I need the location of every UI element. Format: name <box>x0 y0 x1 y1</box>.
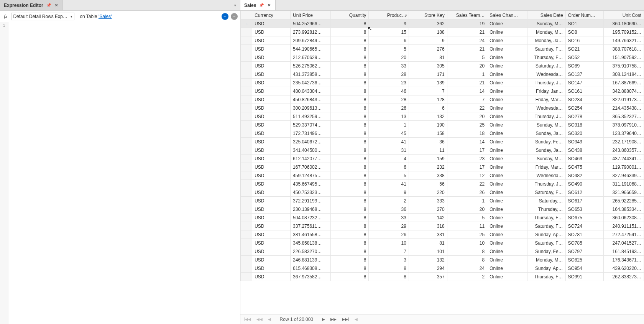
cell-order_num[interactable]: SO234 <box>565 95 604 104</box>
cell-unit_price[interactable]: 325.040672… <box>291 138 331 146</box>
cell-sales_chan[interactable]: Online <box>487 230 527 239</box>
cell-sales_date[interactable]: Friday, Mar… <box>527 163 565 171</box>
cell-product[interactable]: 9 <box>369 188 409 197</box>
cell-order_num[interactable]: SO781 <box>565 230 604 239</box>
cell-order_num[interactable]: SO318 <box>565 121 604 129</box>
cell-unit_cost[interactable]: 214.435438… <box>604 104 644 112</box>
cell-currency[interactable]: USD <box>252 239 291 247</box>
cell-sales_date[interactable]: Thursday, F… <box>527 273 565 281</box>
cell-currency[interactable]: USD <box>252 95 291 104</box>
cell-sales_team[interactable]: 14 <box>447 138 487 146</box>
cell-sales_date[interactable]: Sunday, Fe… <box>527 138 565 146</box>
cell-currency[interactable]: USD <box>252 188 291 197</box>
cell-unit_price[interactable]: 345.858138… <box>291 239 331 247</box>
cell-unit_cost[interactable]: 327.946339… <box>604 171 644 180</box>
cell-unit_price[interactable]: 341.404500… <box>291 146 331 155</box>
cell-unit_price[interactable]: 529.337074… <box>291 121 331 129</box>
nav-first-button[interactable]: |◀◀ <box>243 317 252 321</box>
cell-unit_cost[interactable]: 360.180690… <box>604 20 644 28</box>
table-row[interactable]: USD435.667495…8415622OnlineThursday, J…S… <box>241 180 644 188</box>
cell-product[interactable]: 29 <box>369 222 409 230</box>
table-row[interactable]: USD172.731496…84515818OnlineSunday, Ja…S… <box>241 129 644 138</box>
cell-order_num[interactable]: SO278 <box>565 112 604 121</box>
cell-sales_chan[interactable]: Online <box>487 247 527 256</box>
table-row[interactable]: USD209.672849…86924OnlineMonday, Ja…SO16… <box>241 36 644 45</box>
cell-quantity[interactable]: 8 <box>330 163 369 171</box>
column-header-unit_cost[interactable]: Unit Cost <box>604 11 644 20</box>
cell-store_key[interactable]: 6 <box>409 104 447 112</box>
cell-sales_team[interactable]: 25 <box>447 230 487 239</box>
pin-icon[interactable]: 📌 <box>258 3 264 7</box>
cell-store_key[interactable]: 188 <box>409 28 447 36</box>
cell-sales_date[interactable]: Thursday, J… <box>527 79 565 87</box>
cell-sales_team[interactable]: 22 <box>447 180 487 188</box>
cell-store_key[interactable]: 318 <box>409 222 447 230</box>
cell-sales_team[interactable]: 5 <box>447 214 487 222</box>
cell-unit_price[interactable]: 612.142077… <box>291 155 331 163</box>
cell-store_key[interactable]: 128 <box>409 95 447 104</box>
cell-unit_cost[interactable]: 123.379640… <box>604 129 644 138</box>
cell-unit_cost[interactable]: 360.062308… <box>604 214 644 222</box>
cell-order_num[interactable]: SO482 <box>565 171 604 180</box>
cell-order_num[interactable]: SO675 <box>565 214 604 222</box>
cell-unit_cost[interactable]: 365.352327… <box>604 112 644 121</box>
cell-product[interactable]: 15 <box>369 28 409 36</box>
cell-quantity[interactable]: 8 <box>330 197 369 205</box>
cell-sales_team[interactable]: 18 <box>447 129 487 138</box>
cell-order_num[interactable]: SO612 <box>565 188 604 197</box>
table-row[interactable]: USD431.373858…8281711OnlineWednesda…SO13… <box>241 70 644 79</box>
cell-product[interactable]: 46 <box>369 87 409 95</box>
cell-quantity[interactable]: 8 <box>330 264 369 273</box>
cell-quantity[interactable]: 8 <box>330 239 369 247</box>
cell-unit_price[interactable]: 367.973582… <box>291 273 331 281</box>
cell-order_num[interactable]: SO653 <box>565 205 604 214</box>
cell-unit_cost[interactable]: 388.707618… <box>604 45 644 53</box>
cell-sales_team[interactable]: 7 <box>447 95 487 104</box>
cell-sales_team[interactable]: 20 <box>447 205 487 214</box>
cell-sales_date[interactable]: Thursday, J… <box>527 112 565 121</box>
cell-currency[interactable]: USD <box>252 230 291 239</box>
cell-currency[interactable]: USD <box>252 273 291 281</box>
cell-sales_chan[interactable]: Online <box>487 239 527 247</box>
table-row[interactable]: USD544.190665…8527621OnlineSaturday, F…S… <box>241 45 644 53</box>
table-row[interactable]: USD337.275611…82931811OnlineSaturday, F…… <box>241 222 644 230</box>
cell-unit_price[interactable]: 172.731496… <box>291 129 331 138</box>
table-row[interactable]: USD345.858138…8108110OnlineSaturday, F…S… <box>241 239 644 247</box>
pin-icon[interactable]: 📌 <box>46 3 52 7</box>
table-row[interactable]: USD529.337074…8119025OnlineSunday, M…SO3… <box>241 121 644 129</box>
cell-unit_cost[interactable]: 232.171908… <box>604 138 644 146</box>
column-header-store_key[interactable]: Store Key <box>409 11 447 20</box>
cell-sales_team[interactable]: 22 <box>447 104 487 112</box>
table-row[interactable]: USD300.209613…826622OnlineWednesda…SO254… <box>241 104 644 112</box>
cell-product[interactable]: 33 <box>369 62 409 70</box>
table-row[interactable]: USD450.753323…8922026OnlineSaturday, F…S… <box>241 188 644 197</box>
cell-product[interactable]: 8 <box>369 264 409 273</box>
cell-product[interactable]: 31 <box>369 146 409 155</box>
cell-unit_cost[interactable]: 342.888074… <box>604 87 644 95</box>
cell-currency[interactable]: USD <box>252 45 291 53</box>
cell-order_num[interactable]: SO469 <box>565 155 604 163</box>
cell-quantity[interactable]: 8 <box>330 104 369 112</box>
column-header-order_num[interactable]: Order Num… <box>565 11 604 20</box>
cell-quantity[interactable]: 8 <box>330 247 369 256</box>
cell-order_num[interactable]: SO349 <box>565 138 604 146</box>
cell-unit_price[interactable]: 504.252966… <box>291 20 331 28</box>
cell-product[interactable]: 6 <box>369 163 409 171</box>
cell-sales_chan[interactable]: Online <box>487 138 527 146</box>
cell-unit_price[interactable]: 615.468308… <box>291 264 331 273</box>
cell-unit_price[interactable]: 381.461558… <box>291 230 331 239</box>
cell-store_key[interactable]: 276 <box>409 45 447 53</box>
cell-order_num[interactable]: SO89 <box>565 62 604 70</box>
cell-product[interactable]: 8 <box>369 273 409 281</box>
table-row[interactable]: →USD504.252966…8936219OnlineSunday, M…SO… <box>241 20 644 28</box>
cell-currency[interactable]: USD <box>252 36 291 45</box>
cell-currency[interactable]: USD <box>252 171 291 180</box>
cell-sales_chan[interactable]: Online <box>487 79 527 87</box>
cell-sales_date[interactable]: Sunday, M… <box>527 20 565 28</box>
nav-next-page-button[interactable]: ▶▶ <box>329 317 338 321</box>
cell-unit_price[interactable]: 212.670629… <box>291 53 331 62</box>
cell-unit_cost[interactable]: 164.385334… <box>604 205 644 214</box>
table-row[interactable]: USD273.992812…81518821OnlineMonday, M…SO… <box>241 28 644 36</box>
cell-product[interactable]: 26 <box>369 104 409 112</box>
cell-currency[interactable]: USD <box>252 28 291 36</box>
